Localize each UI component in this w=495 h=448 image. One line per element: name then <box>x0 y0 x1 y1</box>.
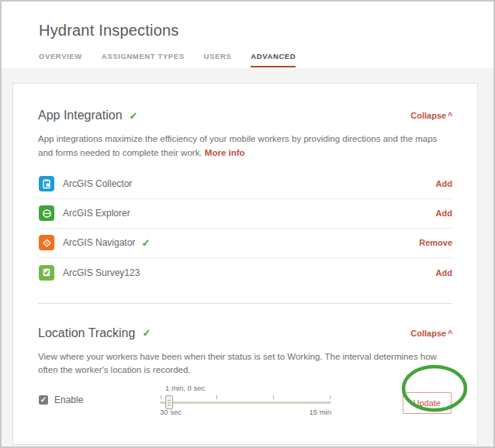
app-name: ArcGIS Survey123 <box>63 267 140 278</box>
interval-slider: 1 min, 0 sec 30 sec 15 min <box>160 384 331 427</box>
slider-tick <box>330 395 331 399</box>
tab-bar: OVERVIEW ASSIGNMENT TYPES USERS ADVANCED <box>39 52 493 67</box>
slider-min-label: 30 sec <box>160 408 182 416</box>
app-name: ArcGIS Explorer <box>63 208 130 219</box>
app-name: ArcGIS Navigator <box>63 237 135 248</box>
location-tracking-controls: ✓ Enable 1 min, 0 sec 30 sec 15 min Upda… <box>38 384 452 444</box>
location-tracking-collapse-link[interactable]: Collapse^ <box>410 329 452 338</box>
collector-app-icon <box>39 176 54 191</box>
app-row-collector: ArcGIS Collector Add <box>38 170 452 199</box>
survey123-app-icon <box>39 265 54 281</box>
check-icon: ✓ <box>130 110 138 122</box>
app-integration-title: App Integration <box>38 109 123 122</box>
remove-navigator-link[interactable]: Remove <box>419 238 452 247</box>
slider-tick <box>216 395 217 399</box>
enable-checkbox[interactable]: ✓ <box>39 395 48 405</box>
enable-checkbox-row[interactable]: ✓ Enable <box>39 395 83 405</box>
collapse-label: Collapse <box>410 329 446 338</box>
app-row-navigator: ArcGIS Navigator ✓ Remove <box>38 229 452 258</box>
slider-max-label: 15 min <box>309 408 331 416</box>
add-survey123-link[interactable]: Add <box>436 268 452 277</box>
explorer-app-icon <box>39 205 54 221</box>
chevron-up-icon: ^ <box>448 112 452 120</box>
slider-tick <box>161 395 161 399</box>
update-button[interactable]: Update <box>403 392 452 414</box>
description-text: View where your workers have been when t… <box>38 352 437 375</box>
enable-label: Enable <box>54 395 83 405</box>
collapse-label: Collapse <box>410 111 446 120</box>
slider-tick <box>273 395 274 399</box>
add-explorer-link[interactable]: Add <box>436 208 452 218</box>
check-icon: ✓ <box>141 237 150 249</box>
tab-overview[interactable]: OVERVIEW <box>39 52 82 67</box>
section-divider <box>38 303 452 304</box>
chevron-up-icon: ^ <box>448 329 452 338</box>
app-integration-header: App Integration ✓ Collapse^ <box>38 109 452 122</box>
settings-card: App Integration ✓ Collapse^ App integrat… <box>12 83 478 445</box>
navigator-app-icon <box>39 235 54 250</box>
slider-track[interactable] <box>160 401 331 404</box>
page-body: App Integration ✓ Collapse^ App integrat… <box>2 68 493 446</box>
check-icon: ✓ <box>142 327 151 339</box>
tab-advanced[interactable]: ADVANCED <box>251 52 296 67</box>
app-list: ArcGIS Collector Add ArcGIS Explorer Add <box>38 170 452 288</box>
header: Hydrant Inspections OVERVIEW ASSIGNMENT … <box>2 2 493 68</box>
more-info-link[interactable]: More info <box>205 148 245 157</box>
app-name: ArcGIS Collector <box>63 178 132 189</box>
location-tracking-header: Location Tracking ✓ Collapse^ <box>38 326 452 340</box>
app-integration-description: App integrations maximize the efficiency… <box>38 133 452 160</box>
app-window: Hydrant Inspections OVERVIEW ASSIGNMENT … <box>0 0 495 448</box>
tab-users[interactable]: USERS <box>204 52 232 67</box>
slider-value-label: 1 min, 0 sec <box>165 384 205 392</box>
location-tracking-title: Location Tracking <box>38 326 135 340</box>
page-title: Hydrant Inspections <box>39 22 493 40</box>
app-row-survey123: ArcGIS Survey123 Add <box>38 258 452 288</box>
add-collector-link[interactable]: Add <box>436 179 452 188</box>
slider-grip-lines <box>168 400 171 405</box>
location-tracking-description: View where your workers have been when t… <box>38 350 452 378</box>
app-integration-collapse-link[interactable]: Collapse^ <box>410 111 452 120</box>
app-row-explorer: ArcGIS Explorer Add <box>38 199 452 229</box>
tab-assignment-types[interactable]: ASSIGNMENT TYPES <box>102 52 185 67</box>
